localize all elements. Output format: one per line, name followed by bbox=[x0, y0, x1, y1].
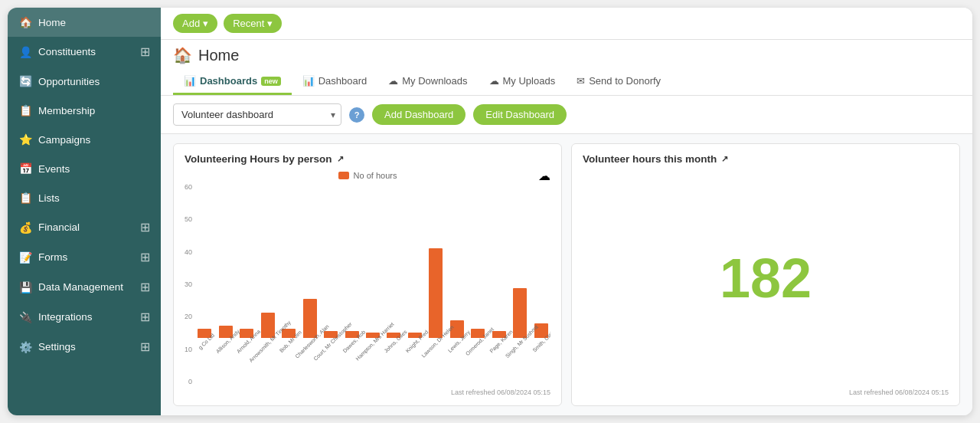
tab-dashboards[interactable]: 📊Dashboardsnew bbox=[173, 70, 292, 95]
bar-group: g Co Ltd bbox=[195, 183, 214, 385]
sidebar-item-lists[interactable]: 📋 Lists bbox=[8, 183, 161, 212]
bar-group: Hampton, Mrs Harriet bbox=[364, 183, 382, 385]
help-icon[interactable]: ? bbox=[349, 107, 364, 123]
page-title: Home bbox=[198, 47, 239, 64]
sidebar-plus-financial[interactable]: ⊞ bbox=[140, 220, 150, 234]
sidebar-item-forms[interactable]: 📝 Forms ⊞ bbox=[8, 242, 161, 272]
y-axis-label: 40 bbox=[185, 248, 192, 256]
chart-area: No of hours ☁ 6050403020100 g Co Ltd All… bbox=[185, 171, 550, 396]
dashboard-controls: Volunteer dashboard ▾ ? Add Dashboard Ed… bbox=[161, 96, 972, 134]
tab-label-dashboard: Dashboard bbox=[318, 75, 368, 87]
events-icon: 📅 bbox=[18, 162, 32, 175]
tabs-row: 📊Dashboardsnew📊Dashboard☁My Downloads☁My… bbox=[173, 70, 960, 95]
sidebar-plus-settings[interactable]: ⊞ bbox=[140, 339, 150, 354]
widget1-footer: Last refreshed 06/08/2024 05:15 bbox=[185, 389, 550, 396]
home-icon: 🏠 bbox=[173, 46, 192, 64]
sidebar-label-campaigns: Campaigns bbox=[38, 134, 90, 146]
bars-and-labels: g Co Ltd Allison, Andy Arnold, Anna Arro… bbox=[195, 183, 550, 385]
sidebar-plus-integrations[interactable]: ⊞ bbox=[140, 310, 150, 324]
sidebar-label-data-management: Data Management bbox=[38, 281, 123, 293]
volunteer-hours-month-widget: Volunteer hours this month ↗ 182 Last re… bbox=[571, 143, 960, 406]
chevron-down-icon: ▾ bbox=[203, 18, 208, 29]
campaigns-icon: ⭐ bbox=[18, 133, 32, 146]
sidebar-item-events[interactable]: 📅 Events bbox=[8, 154, 161, 183]
add-button[interactable]: Add ▾ bbox=[173, 14, 217, 33]
sidebar-label-membership: Membership bbox=[38, 105, 95, 116]
dashboard-select[interactable]: Volunteer dashboard bbox=[173, 103, 341, 126]
tab-label-my-uploads: My Uploads bbox=[503, 75, 556, 87]
cloud-upload-icon: ☁ bbox=[489, 75, 499, 87]
sidebar-label-home: Home bbox=[38, 17, 66, 28]
sidebar-label-settings: Settings bbox=[38, 341, 76, 352]
bar-group: Allison, Andy bbox=[216, 183, 234, 385]
y-axis-label: 30 bbox=[185, 280, 192, 288]
sidebar-label-lists: Lists bbox=[38, 192, 60, 204]
chevron-down-icon: ▾ bbox=[267, 18, 273, 29]
legend-label: No of hours bbox=[354, 171, 397, 180]
sidebar-plus-data-management[interactable]: ⊞ bbox=[140, 280, 150, 294]
big-number: 182 bbox=[583, 171, 949, 385]
dashboard-select-wrapper: Volunteer dashboard ▾ bbox=[173, 103, 341, 126]
cloud-download-icon: ☁ bbox=[388, 75, 398, 87]
bar-group: Arrowsmith, Mr Timothy bbox=[258, 183, 276, 385]
sidebar-label-financial: Financial bbox=[38, 221, 80, 233]
chart-inner: 6050403020100 g Co Ltd Allison, Andy Arn… bbox=[185, 183, 550, 385]
tab-my-uploads[interactable]: ☁My Uploads bbox=[479, 70, 567, 95]
tab-dashboard[interactable]: 📊Dashboard bbox=[292, 70, 378, 95]
integrations-icon: 🔌 bbox=[18, 310, 32, 324]
volunteering-hours-widget: Volunteering Hours by person ↗ No of hou… bbox=[173, 143, 562, 406]
bar-group: Ormerod, Janet bbox=[469, 183, 487, 385]
sidebar-item-home[interactable]: 🏠 Home bbox=[8, 8, 161, 37]
sidebar-item-data-management[interactable]: 💾 Data Management ⊞ bbox=[8, 272, 161, 302]
page-header: 🏠 Home 📊Dashboardsnew📊Dashboard☁My Downl… bbox=[161, 40, 972, 96]
bar-group: Singh, Mr Sushmit bbox=[511, 183, 529, 385]
send-icon: ✉ bbox=[577, 75, 585, 87]
sidebar-label-integrations: Integrations bbox=[38, 311, 93, 323]
lists-icon: 📋 bbox=[18, 191, 32, 205]
badge-new: new bbox=[261, 77, 281, 86]
constituents-icon: 👤 bbox=[18, 45, 32, 59]
sidebar-item-constituents[interactable]: 👤 Constituents ⊞ bbox=[8, 37, 161, 67]
external-link-icon[interactable]: ↗ bbox=[337, 154, 344, 164]
bars-container: g Co Ltd Allison, Andy Arnold, Anna Arro… bbox=[195, 183, 550, 385]
recent-button[interactable]: Recent ▾ bbox=[224, 14, 282, 33]
home-icon: 🏠 bbox=[18, 15, 32, 29]
edit-dashboard-button[interactable]: Edit Dashboard bbox=[473, 104, 567, 125]
bar-group: Johns, Giles bbox=[384, 183, 403, 385]
add-dashboard-button[interactable]: Add Dashboard bbox=[372, 104, 466, 125]
sidebar-item-financial[interactable]: 💰 Financial ⊞ bbox=[8, 212, 161, 242]
bar bbox=[303, 299, 317, 338]
chart-icon: 📊 bbox=[184, 75, 196, 87]
sidebar-plus-constituents[interactable]: ⊞ bbox=[140, 44, 150, 59]
tab-my-downloads[interactable]: ☁My Downloads bbox=[377, 70, 478, 95]
sidebar-item-opportunities[interactable]: 🔄 Opportunities bbox=[8, 67, 161, 96]
y-axis-label: 20 bbox=[185, 313, 192, 320]
sidebar-label-constituents: Constituents bbox=[38, 46, 96, 57]
tab-label-my-downloads: My Downloads bbox=[402, 75, 467, 87]
forms-icon: 📝 bbox=[18, 251, 32, 264]
tab-send-to-donorfy[interactable]: ✉Send to Donorfy bbox=[566, 70, 671, 95]
bar-group: Lawson, Dr Helen bbox=[426, 183, 445, 385]
sidebar-item-integrations[interactable]: 🔌 Integrations ⊞ bbox=[8, 302, 161, 332]
dashboard-grid: Volunteering Hours by person ↗ No of hou… bbox=[161, 134, 972, 415]
external-link-icon[interactable]: ↗ bbox=[721, 154, 728, 164]
sidebar-label-opportunities: Opportunities bbox=[38, 76, 100, 87]
y-axis-label: 60 bbox=[185, 183, 192, 191]
legend-color bbox=[338, 172, 349, 179]
sidebar-item-campaigns[interactable]: ⭐ Campaigns bbox=[8, 125, 161, 154]
download-icon[interactable]: ☁ bbox=[538, 169, 550, 183]
bar bbox=[513, 288, 527, 338]
bar-group: Lewis, Jerry bbox=[448, 183, 466, 385]
sidebar-plus-forms[interactable]: ⊞ bbox=[140, 250, 150, 264]
sidebar-item-settings[interactable]: ⚙️ Settings ⊞ bbox=[8, 332, 161, 362]
sidebar: 🏠 Home 👤 Constituents ⊞ 🔄 Opportunities … bbox=[8, 8, 161, 415]
sidebar-label-events: Events bbox=[38, 163, 70, 175]
settings-icon: ⚙️ bbox=[18, 340, 32, 354]
bar-group: Court, Mr Christopher bbox=[322, 183, 340, 385]
sidebar-item-membership[interactable]: 📋 Membership bbox=[8, 96, 161, 125]
bar-group: Smith, Clair bbox=[532, 183, 550, 385]
top-bar: Add ▾ Recent ▾ bbox=[161, 8, 972, 40]
data-management-icon: 💾 bbox=[18, 280, 32, 294]
main-content: Add ▾ Recent ▾ 🏠 Home 📊Dashboardsnew📊Das… bbox=[161, 8, 972, 415]
y-axis-label: 50 bbox=[185, 215, 192, 223]
